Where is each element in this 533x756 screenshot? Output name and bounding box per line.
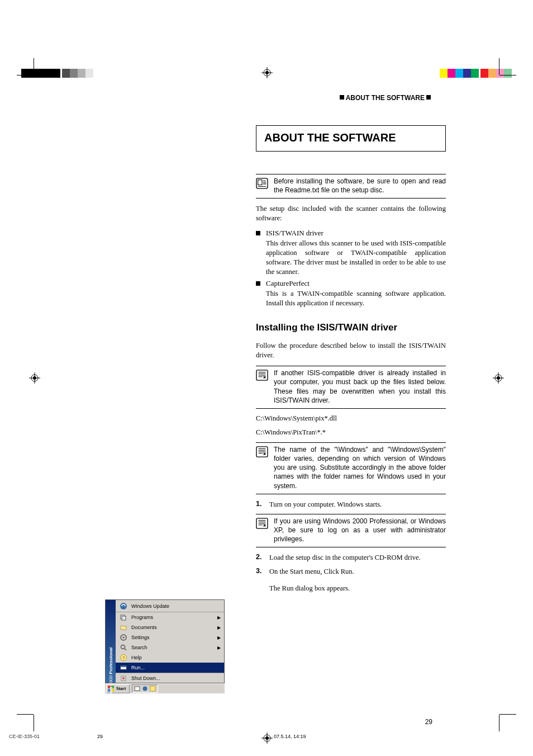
taskbar: Start: [105, 683, 225, 693]
menu-item-documents[interactable]: Documents ▶: [116, 622, 224, 632]
svg-point-33: [122, 677, 125, 679]
footer-datetime: 07.5.14, 14:19: [274, 734, 306, 739]
svg-line-27: [125, 649, 126, 650]
page-content: ABOUT THE SOFTWARE ABOUT THE SOFTWARE Be…: [45, 34, 488, 722]
step-number: 3.: [256, 567, 265, 577]
menu-item-label: Documents: [131, 625, 217, 630]
registration-mark-icon: [261, 733, 273, 744]
note-readme-text: Before installing the software, be sure …: [274, 177, 446, 195]
submenu-arrow-icon: ▶: [217, 625, 221, 630]
svg-text:?: ?: [122, 655, 125, 660]
running-header-text: ABOUT THE SOFTWARE: [346, 94, 425, 102]
menu-item-label: Windows Update: [131, 603, 221, 609]
section-title-box: ABOUT THE SOFTWARE: [256, 125, 446, 152]
svg-rect-38: [135, 687, 140, 691]
search-icon: [119, 643, 128, 652]
menu-item-label: Help: [131, 655, 221, 660]
bullet-desc: This driver allows this scanner to be us…: [266, 239, 446, 277]
svg-rect-23: [122, 616, 126, 620]
step-number: 2.: [256, 553, 265, 563]
menu-item-programs[interactable]: Programs ▶: [116, 612, 224, 622]
menu-item-label: Shut Down...: [131, 675, 221, 681]
svg-point-39: [143, 687, 147, 691]
footer-sheet-number: 29: [97, 734, 103, 739]
menu-item-run[interactable]: Run...: [116, 663, 224, 673]
registration-mark-icon: [29, 372, 40, 384]
menu-item-windows-update[interactable]: Windows Update: [116, 600, 224, 612]
tray-icon[interactable]: [134, 686, 140, 692]
bullet-isis-twain: ISIS/TWAIN driver This driver allows thi…: [256, 229, 446, 277]
registration-mark-icon: [493, 372, 504, 384]
note-admin: If you are using Windows 2000 Profession…: [256, 514, 446, 548]
memo-icon: [256, 517, 268, 544]
start-menu-screenshot: Windows 2000 Professional Windows Update…: [105, 599, 225, 693]
settings-icon: [119, 633, 128, 642]
bullet-captureperfect: CapturePerfect This is a TWAIN-compatibl…: [256, 279, 446, 308]
footer-doc-id: CE-IE-335-01: [9, 734, 40, 739]
step-number: 1.: [256, 500, 265, 509]
page-number: 29: [425, 718, 432, 726]
submenu-arrow-icon: ▶: [217, 645, 221, 650]
documents-icon: [119, 623, 128, 632]
note-readme: Before installing the software, be sure …: [256, 174, 446, 199]
start-menu-brand-label: Windows 2000 Professional: [108, 648, 113, 706]
bullet-title: ISIS/TWAIN driver: [266, 229, 446, 238]
install-intro-text: Follow the procedure described below to …: [256, 341, 446, 360]
step-text: Turn on your computer. Windows starts.: [269, 500, 446, 509]
note-folder-text: The name of the "\Windows" and "\Windows…: [274, 445, 446, 490]
step-2: 2. Load the setup disc in the computer's…: [256, 553, 446, 563]
note-admin-text: If you are using Windows 2000 Profession…: [274, 517, 446, 544]
submenu-arrow-icon: ▶: [217, 615, 221, 620]
bullet-desc: This is a TWAIN-compatible scanning soft…: [266, 289, 446, 308]
windows-update-icon: [119, 602, 128, 611]
tray-icon[interactable]: [142, 686, 148, 692]
memo-icon: [256, 368, 268, 405]
subsection-heading: Installing the ISIS/TWAIN driver: [256, 322, 446, 333]
menu-item-shutdown[interactable]: Shut Down...: [116, 673, 224, 683]
menu-item-label: Run...: [131, 665, 221, 670]
bullet-square-icon: [256, 279, 260, 308]
submenu-arrow-icon: ▶: [217, 635, 221, 640]
menu-item-search[interactable]: Search ▶: [116, 642, 224, 653]
svg-point-25: [123, 637, 125, 639]
step-3-result: The Run dialog box appears.: [269, 584, 446, 593]
step-text: Load the setup disc in the computer's CD…: [269, 553, 446, 563]
memo-icon: [256, 445, 268, 490]
svg-rect-31: [121, 666, 126, 667]
start-menu-sidebar: Windows 2000 Professional: [106, 600, 116, 683]
bullet-title: CapturePerfect: [266, 279, 446, 288]
file-path: C:\Windows\PixTran\*.*: [256, 428, 446, 437]
step-text: On the Start menu, Click Run.: [269, 567, 446, 577]
svg-point-26: [121, 645, 125, 649]
menu-item-settings[interactable]: Settings ▶: [116, 632, 224, 642]
menu-item-label: Programs: [131, 615, 217, 620]
start-menu-items: Windows Update Programs ▶ Documents ▶ Se…: [116, 600, 224, 683]
note-folder-names: The name of the "\Windows" and "\Windows…: [256, 442, 446, 494]
shutdown-icon: [119, 674, 128, 683]
menu-item-label: Search: [131, 645, 217, 650]
intro-text: The setup disc included with the scanner…: [256, 204, 446, 223]
section-title: ABOUT THE SOFTWARE: [264, 131, 437, 144]
run-icon: [119, 663, 128, 672]
svg-rect-40: [150, 686, 155, 691]
programs-icon: [119, 613, 128, 622]
menu-item-help[interactable]: ? Help: [116, 653, 224, 663]
quick-launch-tray: [132, 684, 158, 693]
note-backup: If another ISIS-compatible driver is alr…: [256, 366, 446, 409]
start-menu: Windows 2000 Professional Windows Update…: [105, 599, 225, 683]
svg-point-21: [120, 603, 127, 609]
note-backup-text: If another ISIS-compatible driver is alr…: [274, 368, 446, 405]
file-path: C:\Windows\System\pix*.dll: [256, 414, 446, 423]
tray-icon[interactable]: [150, 686, 156, 692]
step-1: 1. Turn on your computer. Windows starts…: [256, 500, 446, 509]
help-icon: ?: [119, 653, 128, 662]
running-header: ABOUT THE SOFTWARE: [338, 94, 432, 102]
step-3: 3. On the Start menu, Click Run.: [256, 567, 446, 577]
start-button-label: Start: [116, 686, 126, 691]
note-icon: [256, 177, 268, 195]
menu-item-label: Settings: [131, 635, 217, 640]
bullet-square-icon: [256, 229, 260, 277]
